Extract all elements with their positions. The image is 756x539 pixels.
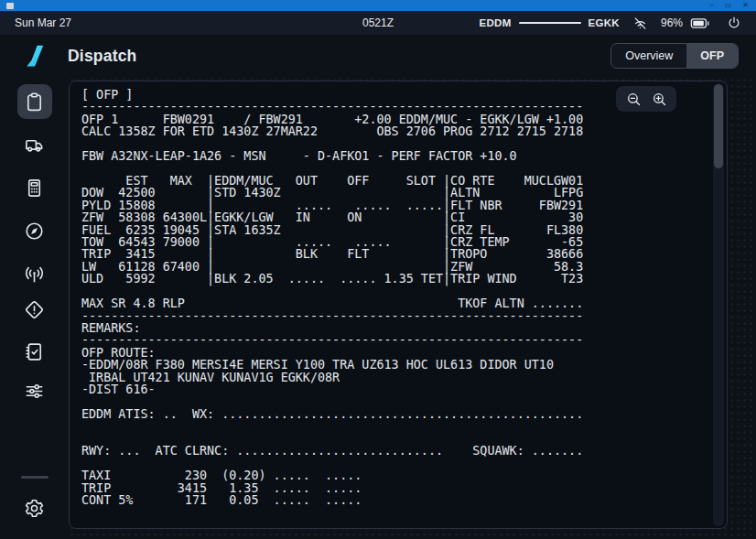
warning-diamond-icon (24, 299, 45, 320)
sliders-icon (24, 381, 45, 402)
route-origin: EDDM (479, 17, 511, 28)
power-button[interactable] (727, 16, 741, 30)
sidebar-item-settings[interactable] (17, 490, 52, 525)
sidebar-item-ground[interactable] (17, 127, 52, 162)
ofp-text: [ OFP ] --------------------------------… (70, 81, 727, 506)
status-bar: Sun Mar 27 0521Z EDDM EGKK 96% (0, 11, 756, 35)
sidebar-item-presets[interactable] (17, 373, 52, 408)
view-tabs: Overview OFP (610, 43, 739, 69)
clipboard-icon (24, 92, 45, 113)
truck-icon (24, 135, 45, 156)
scrollbar-thumb[interactable] (714, 84, 723, 168)
tab-ofp[interactable]: OFP (686, 44, 738, 68)
page-title: Dispatch (68, 47, 137, 66)
sidebar-item-navigation[interactable] (17, 213, 52, 248)
status-date: Sun Mar 27 (15, 16, 161, 29)
window-minimize-button[interactable]: – (710, 0, 714, 11)
airline-tail-logo-icon (26, 44, 45, 68)
checklist-icon (24, 341, 45, 362)
calculator-icon (24, 178, 45, 199)
sidebar-item-dispatch[interactable] (17, 84, 52, 119)
sidebar-nav (0, 77, 69, 539)
compass-icon (24, 221, 45, 242)
route-progress-line (519, 22, 581, 24)
battery-icon (690, 17, 710, 29)
sidebar-item-performance[interactable] (17, 170, 52, 205)
zoom-out-button[interactable] (622, 89, 644, 109)
sidebar-item-failures[interactable] (17, 292, 52, 327)
route-destination: EGKK (589, 17, 620, 28)
app-header: Dispatch Overview OFP (0, 35, 756, 77)
sidebar-item-atc[interactable] (17, 256, 52, 291)
window-titlebar: – ▭ ✕ (0, 0, 756, 11)
ofp-panel: [ OFP ] --------------------------------… (69, 81, 728, 529)
broadcast-icon (24, 264, 45, 285)
window-app-icon (6, 3, 14, 9)
zoom-in-button[interactable] (648, 89, 670, 109)
window-close-button[interactable]: ✕ (742, 0, 749, 11)
wifi-off-icon (632, 16, 648, 31)
sidebar-item-checklists[interactable] (17, 334, 52, 369)
sidebar-divider (21, 476, 49, 479)
main-area: [ OFP ] --------------------------------… (69, 77, 756, 539)
gear-icon (24, 498, 45, 519)
tab-overview[interactable]: Overview (611, 44, 686, 68)
flight-route-indicator: EDDM EGKK (479, 17, 620, 28)
battery-percent: 96% (661, 16, 683, 29)
window-maximize-button[interactable]: ▭ (725, 0, 732, 11)
scrollbar-track[interactable] (713, 83, 724, 526)
zoom-controls (616, 86, 676, 112)
